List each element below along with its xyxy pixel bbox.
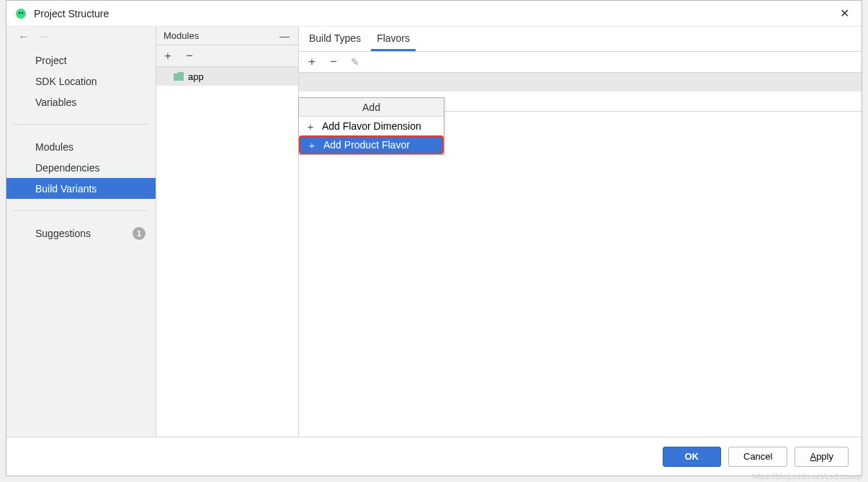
close-icon[interactable]: ✕: [836, 5, 853, 22]
sidebar-item-project[interactable]: Project: [6, 50, 156, 71]
sidebar-item-label: Suggestions: [35, 228, 91, 239]
sidebar-item-sdk-location[interactable]: SDK Location: [6, 71, 156, 92]
remove-flavor-icon[interactable]: −: [326, 55, 341, 69]
popup-item-label: Add Product Flavor: [323, 139, 410, 151]
edit-flavor-icon[interactable]: ✎: [348, 55, 362, 69]
dialog-body: ← → Project SDK Location Variables Modul…: [6, 27, 862, 437]
plus-icon: +: [308, 139, 316, 151]
svg-point-1: [19, 12, 20, 13]
minimize-icon[interactable]: —: [278, 30, 291, 42]
apply-button[interactable]: Apply: [795, 447, 849, 467]
app-icon: [15, 8, 27, 19]
sidebar-list: Project SDK Location Variables Modules D…: [6, 47, 156, 437]
svg-point-2: [22, 12, 23, 13]
cancel-button[interactable]: Cancel: [728, 447, 787, 467]
divider: [14, 210, 148, 211]
modules-list: app: [156, 67, 298, 437]
flavors-toolbar: + − ✎: [299, 51, 862, 73]
center-panel: Build Types Flavors + − ✎ Add + Add Flav…: [299, 27, 862, 437]
apply-label-rest: pply: [816, 451, 833, 462]
window-title: Project Structure: [34, 8, 836, 19]
tab-build-types[interactable]: Build Types: [303, 28, 367, 51]
sidebar: ← → Project SDK Location Variables Modul…: [6, 27, 156, 437]
tab-flavors[interactable]: Flavors: [371, 28, 416, 51]
divider: [14, 124, 148, 125]
modules-panel: Modules — + − app: [156, 27, 299, 437]
popup-item-add-flavor-dimension[interactable]: + Add Flavor Dimension: [299, 117, 444, 135]
forward-icon[interactable]: →: [38, 30, 50, 43]
remove-module-icon[interactable]: −: [182, 49, 197, 63]
suggestions-badge: 1: [133, 227, 146, 240]
project-structure-dialog: Project Structure ✕ ← → Project SDK Loca…: [6, 0, 862, 476]
back-icon[interactable]: ←: [18, 30, 30, 43]
add-module-icon[interactable]: +: [161, 49, 175, 63]
tabs: Build Types Flavors: [299, 27, 862, 51]
sidebar-item-modules[interactable]: Modules: [6, 136, 156, 157]
popup-item-label: Add Flavor Dimension: [322, 120, 421, 132]
modules-header-label: Modules: [164, 30, 199, 41]
popup-title: Add: [299, 98, 444, 117]
modules-toolbar: + −: [156, 45, 298, 67]
modules-header: Modules —: [156, 27, 298, 45]
sidebar-item-dependencies[interactable]: Dependencies: [6, 157, 156, 178]
plus-icon: +: [306, 120, 315, 133]
popup-item-add-product-flavor[interactable]: + Add Product Flavor: [299, 135, 444, 154]
titlebar: Project Structure ✕: [6, 1, 862, 27]
ok-button[interactable]: OK: [663, 447, 722, 467]
svg-point-0: [16, 9, 26, 19]
dialog-footer: OK Cancel Apply: [6, 437, 862, 476]
add-flavor-icon[interactable]: +: [305, 55, 319, 69]
folder-icon: [174, 72, 184, 81]
sidebar-item-build-variants[interactable]: Build Variants: [6, 178, 156, 199]
module-name: app: [188, 71, 204, 82]
content-row: [299, 73, 862, 92]
sidebar-item-suggestions[interactable]: Suggestions 1: [6, 223, 156, 244]
nav-arrows: ← →: [6, 27, 156, 47]
watermark: https://blog.csdn.net/csdnzouqi: [752, 472, 861, 481]
sidebar-item-variables[interactable]: Variables: [6, 92, 156, 112]
module-item-app[interactable]: app: [156, 67, 298, 86]
add-popup: Add + Add Flavor Dimension + Add Product…: [298, 97, 444, 155]
